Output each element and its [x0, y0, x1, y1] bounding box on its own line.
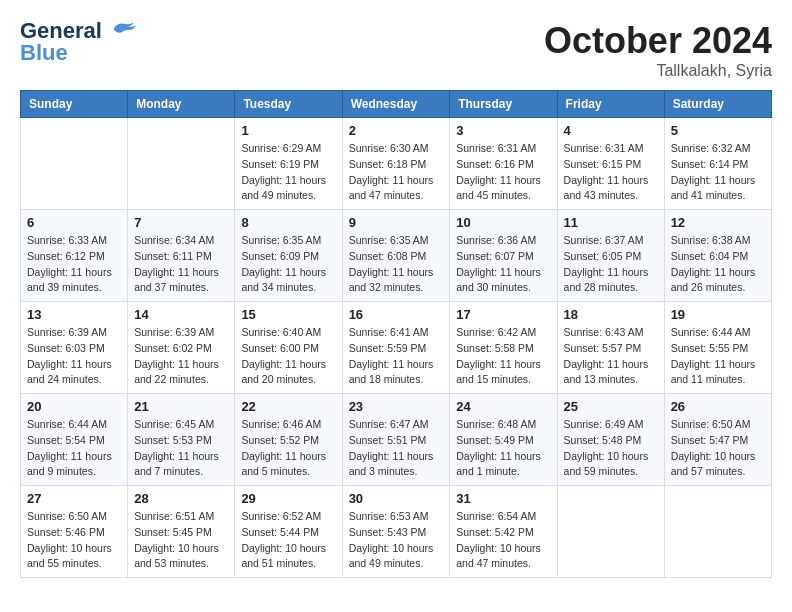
sunset-text: Sunset: 6:15 PM [564, 157, 658, 173]
day-content: Sunrise: 6:54 AMSunset: 5:42 PMDaylight:… [456, 509, 550, 572]
sunset-text: Sunset: 6:07 PM [456, 249, 550, 265]
sunrise-text: Sunrise: 6:51 AM [134, 509, 228, 525]
sunset-text: Sunset: 5:46 PM [27, 525, 121, 541]
daylight-text: Daylight: 11 hours and 26 minutes. [671, 265, 765, 297]
sunset-text: Sunset: 6:00 PM [241, 341, 335, 357]
daylight-text: Daylight: 11 hours and 45 minutes. [456, 173, 550, 205]
daylight-text: Daylight: 11 hours and 37 minutes. [134, 265, 228, 297]
calendar-cell: 27Sunrise: 6:50 AMSunset: 5:46 PMDayligh… [21, 486, 128, 578]
day-number: 15 [241, 307, 335, 322]
calendar-cell: 19Sunrise: 6:44 AMSunset: 5:55 PMDayligh… [664, 302, 771, 394]
sunset-text: Sunset: 5:58 PM [456, 341, 550, 357]
daylight-text: Daylight: 11 hours and 41 minutes. [671, 173, 765, 205]
sunrise-text: Sunrise: 6:49 AM [564, 417, 658, 433]
day-content: Sunrise: 6:38 AMSunset: 6:04 PMDaylight:… [671, 233, 765, 296]
daylight-text: Daylight: 11 hours and 1 minute. [456, 449, 550, 481]
calendar-cell: 26Sunrise: 6:50 AMSunset: 5:47 PMDayligh… [664, 394, 771, 486]
daylight-text: Daylight: 11 hours and 13 minutes. [564, 357, 658, 389]
daylight-text: Daylight: 10 hours and 47 minutes. [456, 541, 550, 573]
daylight-text: Daylight: 11 hours and 32 minutes. [349, 265, 444, 297]
calendar-cell: 7Sunrise: 6:34 AMSunset: 6:11 PMDaylight… [128, 210, 235, 302]
day-number: 10 [456, 215, 550, 230]
sunset-text: Sunset: 5:42 PM [456, 525, 550, 541]
col-header-thursday: Thursday [450, 91, 557, 118]
daylight-text: Daylight: 11 hours and 3 minutes. [349, 449, 444, 481]
sunset-text: Sunset: 5:54 PM [27, 433, 121, 449]
calendar-cell: 1Sunrise: 6:29 AMSunset: 6:19 PMDaylight… [235, 118, 342, 210]
sunrise-text: Sunrise: 6:46 AM [241, 417, 335, 433]
day-number: 16 [349, 307, 444, 322]
sunset-text: Sunset: 6:03 PM [27, 341, 121, 357]
day-number: 28 [134, 491, 228, 506]
day-number: 8 [241, 215, 335, 230]
sunset-text: Sunset: 5:55 PM [671, 341, 765, 357]
day-content: Sunrise: 6:42 AMSunset: 5:58 PMDaylight:… [456, 325, 550, 388]
day-content: Sunrise: 6:35 AMSunset: 6:09 PMDaylight:… [241, 233, 335, 296]
calendar-cell: 28Sunrise: 6:51 AMSunset: 5:45 PMDayligh… [128, 486, 235, 578]
day-content: Sunrise: 6:50 AMSunset: 5:46 PMDaylight:… [27, 509, 121, 572]
sunrise-text: Sunrise: 6:42 AM [456, 325, 550, 341]
sunset-text: Sunset: 6:19 PM [241, 157, 335, 173]
calendar-cell: 29Sunrise: 6:52 AMSunset: 5:44 PMDayligh… [235, 486, 342, 578]
calendar-cell: 24Sunrise: 6:48 AMSunset: 5:49 PMDayligh… [450, 394, 557, 486]
calendar-cell: 23Sunrise: 6:47 AMSunset: 5:51 PMDayligh… [342, 394, 450, 486]
day-number: 22 [241, 399, 335, 414]
calendar-week-row: 27Sunrise: 6:50 AMSunset: 5:46 PMDayligh… [21, 486, 772, 578]
title-area: October 2024 Tallkalakh, Syria [544, 20, 772, 80]
day-content: Sunrise: 6:39 AMSunset: 6:03 PMDaylight:… [27, 325, 121, 388]
sunrise-text: Sunrise: 6:38 AM [671, 233, 765, 249]
sunset-text: Sunset: 5:52 PM [241, 433, 335, 449]
sunrise-text: Sunrise: 6:44 AM [27, 417, 121, 433]
day-number: 30 [349, 491, 444, 506]
calendar-cell: 15Sunrise: 6:40 AMSunset: 6:00 PMDayligh… [235, 302, 342, 394]
calendar-cell [557, 486, 664, 578]
day-content: Sunrise: 6:47 AMSunset: 5:51 PMDaylight:… [349, 417, 444, 480]
daylight-text: Daylight: 11 hours and 9 minutes. [27, 449, 121, 481]
day-content: Sunrise: 6:52 AMSunset: 5:44 PMDaylight:… [241, 509, 335, 572]
calendar-cell: 20Sunrise: 6:44 AMSunset: 5:54 PMDayligh… [21, 394, 128, 486]
day-number: 26 [671, 399, 765, 414]
sunset-text: Sunset: 6:08 PM [349, 249, 444, 265]
sunrise-text: Sunrise: 6:50 AM [671, 417, 765, 433]
sunrise-text: Sunrise: 6:41 AM [349, 325, 444, 341]
calendar-cell: 22Sunrise: 6:46 AMSunset: 5:52 PMDayligh… [235, 394, 342, 486]
sunrise-text: Sunrise: 6:48 AM [456, 417, 550, 433]
calendar-week-row: 13Sunrise: 6:39 AMSunset: 6:03 PMDayligh… [21, 302, 772, 394]
day-number: 29 [241, 491, 335, 506]
sunset-text: Sunset: 5:51 PM [349, 433, 444, 449]
calendar-week-row: 6Sunrise: 6:33 AMSunset: 6:12 PMDaylight… [21, 210, 772, 302]
daylight-text: Daylight: 11 hours and 18 minutes. [349, 357, 444, 389]
day-content: Sunrise: 6:31 AMSunset: 6:16 PMDaylight:… [456, 141, 550, 204]
sunrise-text: Sunrise: 6:40 AM [241, 325, 335, 341]
daylight-text: Daylight: 11 hours and 28 minutes. [564, 265, 658, 297]
calendar-cell: 31Sunrise: 6:54 AMSunset: 5:42 PMDayligh… [450, 486, 557, 578]
month-title: October 2024 [544, 20, 772, 62]
col-header-wednesday: Wednesday [342, 91, 450, 118]
calendar-cell [128, 118, 235, 210]
daylight-text: Daylight: 11 hours and 11 minutes. [671, 357, 765, 389]
col-header-friday: Friday [557, 91, 664, 118]
calendar-cell: 10Sunrise: 6:36 AMSunset: 6:07 PMDayligh… [450, 210, 557, 302]
calendar-cell: 21Sunrise: 6:45 AMSunset: 5:53 PMDayligh… [128, 394, 235, 486]
day-content: Sunrise: 6:49 AMSunset: 5:48 PMDaylight:… [564, 417, 658, 480]
col-header-saturday: Saturday [664, 91, 771, 118]
daylight-text: Daylight: 11 hours and 30 minutes. [456, 265, 550, 297]
day-content: Sunrise: 6:43 AMSunset: 5:57 PMDaylight:… [564, 325, 658, 388]
day-content: Sunrise: 6:35 AMSunset: 6:08 PMDaylight:… [349, 233, 444, 296]
day-number: 27 [27, 491, 121, 506]
day-content: Sunrise: 6:46 AMSunset: 5:52 PMDaylight:… [241, 417, 335, 480]
daylight-text: Daylight: 11 hours and 24 minutes. [27, 357, 121, 389]
day-number: 11 [564, 215, 658, 230]
day-number: 2 [349, 123, 444, 138]
day-number: 6 [27, 215, 121, 230]
day-number: 31 [456, 491, 550, 506]
day-content: Sunrise: 6:53 AMSunset: 5:43 PMDaylight:… [349, 509, 444, 572]
daylight-text: Daylight: 11 hours and 15 minutes. [456, 357, 550, 389]
day-number: 4 [564, 123, 658, 138]
sunrise-text: Sunrise: 6:53 AM [349, 509, 444, 525]
sunrise-text: Sunrise: 6:30 AM [349, 141, 444, 157]
logo: General Blue [20, 20, 138, 64]
daylight-text: Daylight: 11 hours and 5 minutes. [241, 449, 335, 481]
sunrise-text: Sunrise: 6:37 AM [564, 233, 658, 249]
sunset-text: Sunset: 6:14 PM [671, 157, 765, 173]
